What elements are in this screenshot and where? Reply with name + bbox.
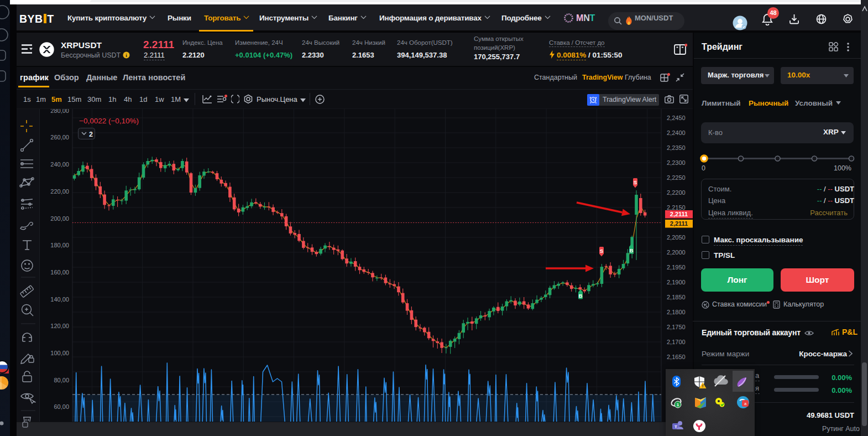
svg-text:!: !	[702, 383, 704, 388]
svg-text:2,1950: 2,1950	[667, 264, 686, 271]
svg-text:2,1750: 2,1750	[667, 324, 686, 330]
svg-text:S: S	[600, 248, 603, 254]
svg-text:2: 2	[89, 131, 93, 138]
svg-text:2,2150: 2,2150	[667, 204, 686, 211]
svg-text:2,1800: 2,1800	[667, 309, 686, 315]
svg-text:2,1900: 2,1900	[667, 279, 686, 286]
svg-text:2,1850: 2,1850	[667, 294, 686, 300]
svg-text:240,00: 240,00	[50, 161, 69, 168]
svg-text:60,00: 60,00	[54, 403, 69, 410]
svg-text:2,2050: 2,2050	[667, 234, 686, 241]
svg-text:2,2111: 2,2111	[670, 211, 688, 217]
svg-text:180,00: 180,00	[50, 242, 69, 248]
svg-text:260,00: 260,00	[50, 134, 69, 141]
svg-text:2,2111: 2,2111	[670, 220, 688, 227]
svg-text:80,00: 80,00	[54, 377, 69, 383]
svg-text:1: 1	[677, 402, 679, 407]
svg-text:220,00: 220,00	[50, 188, 69, 195]
svg-text:2,2250: 2,2250	[667, 174, 686, 181]
svg-text:B: B	[630, 247, 634, 253]
svg-text:2,2200: 2,2200	[667, 189, 686, 196]
svg-text:200,00: 200,00	[50, 215, 69, 222]
svg-text:2,2350: 2,2350	[667, 144, 686, 151]
svg-text:2,2300: 2,2300	[667, 159, 686, 166]
svg-text:160,00: 160,00	[50, 269, 69, 276]
svg-text:S: S	[634, 179, 637, 185]
svg-text:100,00: 100,00	[50, 350, 69, 356]
svg-text:B: B	[579, 293, 583, 299]
svg-text:280,00: 280,00	[50, 107, 69, 114]
svg-text:2,1650: 2,1650	[667, 354, 686, 360]
svg-text:2,1700: 2,1700	[667, 339, 686, 345]
svg-text:120,00: 120,00	[50, 323, 69, 329]
svg-text:2,2450: 2,2450	[667, 115, 686, 121]
svg-text:140,00: 140,00	[50, 296, 69, 303]
svg-text:2,2400: 2,2400	[667, 129, 686, 136]
svg-text:−0,0022 (−0,10%): −0,0022 (−0,10%)	[79, 117, 139, 125]
svg-text:2,2000: 2,2000	[667, 249, 686, 256]
